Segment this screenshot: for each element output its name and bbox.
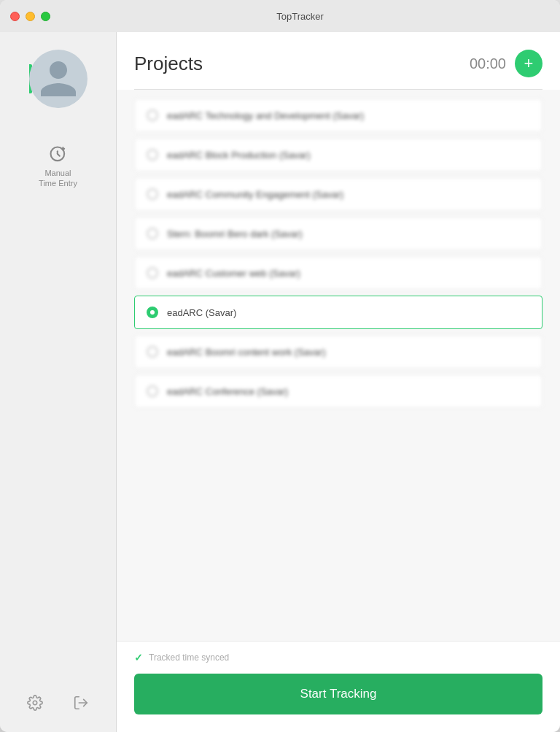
- list-item[interactable]: eadARC (Savar): [134, 296, 542, 329]
- project-name: eadARC (Savar): [167, 307, 236, 318]
- avatar-icon: [36, 57, 80, 101]
- time-display: 00:00: [470, 55, 506, 72]
- clock-plus-icon: [48, 145, 69, 165]
- sync-status: ✓ Tracked time synced: [117, 641, 560, 674]
- app-window: TopTracker: [0, 0, 560, 732]
- project-name: Stern: Boomri Bero dark (Savar): [167, 228, 303, 239]
- project-name: eadARC Customer web (Savar): [167, 268, 300, 279]
- maximize-button[interactable]: [41, 12, 50, 21]
- project-radio: [147, 149, 158, 161]
- sidebar-nav: Manual Time Entry: [0, 136, 116, 198]
- sync-check-icon: ✓: [134, 652, 143, 663]
- project-radio: [147, 267, 158, 279]
- svg-line-2: [57, 154, 59, 156]
- window-title: TopTracker: [50, 11, 550, 22]
- project-radio: [147, 346, 158, 358]
- list-item[interactable]: eadARC Customer web (Savar): [134, 256, 542, 290]
- add-project-button[interactable]: +: [515, 50, 542, 77]
- traffic-lights: [10, 12, 50, 21]
- sidebar: Manual Time Entry: [0, 32, 117, 732]
- list-item[interactable]: eadARC Block Production (Savar): [134, 138, 542, 172]
- logout-icon[interactable]: [73, 695, 89, 714]
- project-name: eadARC Technology and Development (Savar…: [167, 110, 364, 121]
- project-name: eadARC Conference (Savar): [167, 386, 288, 397]
- project-name: eadARC Boomri content work (Savar): [167, 347, 325, 358]
- project-list[interactable]: eadARC Technology and Development (Savar…: [117, 90, 560, 641]
- project-name: eadARC Block Production (Savar): [167, 150, 311, 161]
- project-radio: [147, 307, 158, 318]
- main-layout: Manual Time Entry: [0, 32, 560, 732]
- list-item[interactable]: eadARC Technology and Development (Savar…: [134, 99, 542, 132]
- page-title: Projects: [134, 53, 203, 75]
- minimize-button[interactable]: [26, 12, 35, 21]
- avatar: [29, 50, 88, 108]
- svg-point-5: [33, 701, 37, 705]
- project-radio: [147, 188, 158, 200]
- header-right: 00:00 +: [470, 50, 542, 77]
- sidebar-item-manual-time[interactable]: Manual Time Entry: [0, 136, 116, 198]
- project-name: eadARC Community Engagement (Savar): [167, 189, 343, 200]
- sync-label: Tracked time synced: [149, 652, 229, 663]
- content-area: Projects 00:00 + eadARC Technology and D…: [117, 32, 560, 732]
- list-item[interactable]: eadARC Community Engagement (Savar): [134, 177, 542, 211]
- start-tracking-button[interactable]: Start Tracking: [134, 674, 542, 714]
- project-radio: [147, 228, 158, 239]
- close-button[interactable]: [10, 12, 20, 21]
- project-radio: [147, 385, 158, 397]
- project-radio: [147, 109, 158, 121]
- content-footer: ✓ Tracked time synced Start Tracking: [117, 641, 560, 732]
- content-header: Projects 00:00 +: [117, 32, 560, 89]
- title-bar: TopTracker: [0, 0, 560, 32]
- manual-time-label: Manual Time Entry: [39, 168, 77, 189]
- list-item[interactable]: eadARC Boomri content work (Savar): [134, 335, 542, 369]
- list-item[interactable]: eadARC Conference (Savar): [134, 374, 542, 408]
- list-item[interactable]: Stern: Boomri Bero dark (Savar): [134, 217, 542, 250]
- sidebar-bottom: [0, 683, 116, 732]
- settings-icon[interactable]: [27, 695, 43, 714]
